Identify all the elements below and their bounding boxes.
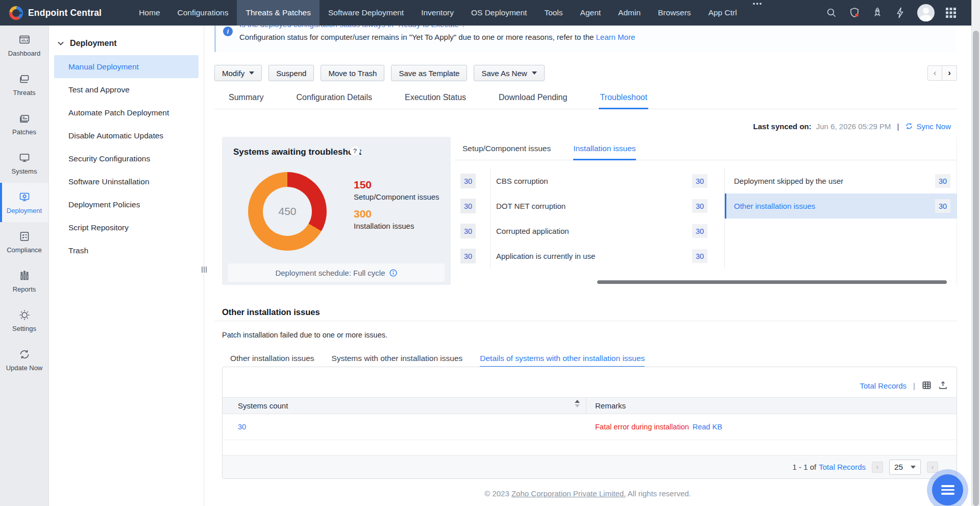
user-avatar[interactable]: [917, 4, 935, 21]
nav-item-admin[interactable]: Admin: [609, 0, 649, 26]
issue-row-application-in-use[interactable]: 30 Application is currently in use 30: [460, 244, 712, 269]
nav-item-tools[interactable]: Tools: [535, 0, 571, 26]
apps-grid-icon[interactable]: [945, 7, 957, 18]
more-menu-icon[interactable]: •••: [746, 0, 770, 26]
sidebar-resize-handle[interactable]: [202, 267, 207, 273]
rail-item-systems[interactable]: Systems: [0, 143, 48, 183]
info-icon: i: [223, 27, 233, 36]
sidebar-item-security-configurations[interactable]: Security Configurations: [54, 147, 199, 170]
total-records-link[interactable]: Total Records: [860, 381, 906, 390]
hamburger-icon: [941, 485, 954, 487]
issue-row-corrupted-application[interactable]: 30 Corrupted application 30: [460, 219, 712, 244]
pagination-next-button[interactable]: ›: [927, 462, 938, 473]
rail-item-reports[interactable]: Reports: [0, 261, 48, 301]
sidebar-item-trash[interactable]: Trash: [54, 239, 199, 262]
sidebar-item-manual-deployment[interactable]: Manual Deployment: [54, 55, 199, 78]
table-pagination: 1 - 1 of Total Records ‹ 25 ›: [223, 455, 957, 478]
sidebar-item-deployment-policies[interactable]: Deployment Policies: [54, 193, 199, 216]
section-divider: [214, 321, 957, 321]
nav-item-threats-patches[interactable]: Threats & Patches: [237, 0, 320, 26]
floating-menu-button[interactable]: [932, 474, 963, 505]
suspend-button[interactable]: Suspend: [268, 65, 314, 81]
issue-count-link[interactable]: 30: [935, 199, 950, 213]
rail-item-deployment[interactable]: Deployment: [0, 183, 48, 222]
sidebar-item-script-repository[interactable]: Script Repository: [54, 216, 199, 239]
sidebar-item-software-uninstallation[interactable]: Software Uninstallation: [54, 170, 199, 193]
deployment-schedule-bar: Deployment schedule: Full cycle: [228, 263, 445, 282]
banner-message: Configuration status for computer/user r…: [239, 33, 635, 41]
rail-item-update-now[interactable]: Update Now: [0, 340, 48, 379]
move-to-trash-button[interactable]: Move to Trash: [321, 65, 384, 81]
sidebar-header-deployment[interactable]: Deployment: [49, 26, 204, 55]
nav-item-inventory[interactable]: Inventory: [412, 0, 462, 26]
flash-icon[interactable]: [894, 7, 906, 19]
page-size-select[interactable]: 25: [889, 460, 921, 475]
column-chooser-icon[interactable]: [922, 380, 932, 392]
rail-item-patches[interactable]: Patches: [0, 104, 48, 143]
systems-count-link[interactable]: 30: [223, 423, 246, 431]
rail-item-threats[interactable]: Threats: [0, 65, 48, 104]
export-icon[interactable]: [938, 380, 948, 392]
read-kb-link[interactable]: Read KB: [693, 423, 722, 431]
issue-count-link[interactable]: 30: [692, 174, 707, 188]
nav-item-app-ctrl[interactable]: App Ctrl: [700, 0, 746, 26]
rail-item-dashboard[interactable]: Dashboard: [0, 26, 48, 65]
tab-details-of-systems[interactable]: Details of systems with other installati…: [480, 350, 645, 366]
issue-row-other-installation-issues[interactable]: Other installation issues 30: [725, 194, 957, 219]
horizontal-scrollbar-thumb[interactable]: [597, 280, 947, 284]
nav-item-os-deployment[interactable]: OS Deployment: [462, 0, 535, 26]
modify-button[interactable]: Modify: [214, 65, 262, 81]
save-as-new-button[interactable]: Save As New: [474, 65, 544, 81]
sync-now-link[interactable]: Sync Now: [905, 122, 951, 131]
main-tabs: Summary Configuration Details Execution …: [214, 86, 957, 109]
issue-row-deployment-skipped[interactable]: Deployment skipped by the user 30: [725, 168, 957, 194]
sort-desc-icon[interactable]: [575, 404, 580, 407]
tab-systems-with-other-installation-issues[interactable]: Systems with other installation issues: [332, 350, 463, 366]
chevron-down-icon: [57, 40, 64, 47]
tab-installation-issues[interactable]: Installation issues: [573, 137, 635, 160]
tab-configuration-details[interactable]: Configuration Details: [295, 86, 373, 109]
tab-setup-component-issues[interactable]: Setup/Component issues: [462, 137, 551, 160]
learn-more-link[interactable]: Learn More: [596, 33, 635, 41]
vertical-scrollbar-thumb[interactable]: [973, 31, 979, 506]
brand[interactable]: Endpoint Central: [0, 6, 102, 20]
sort-asc-icon[interactable]: [575, 400, 580, 403]
nav-item-home[interactable]: Home: [130, 0, 168, 26]
search-icon[interactable]: [825, 7, 838, 19]
issue-count-link[interactable]: 30: [692, 249, 707, 263]
zoho-link[interactable]: Zoho Corporation Private Limited.: [511, 489, 626, 498]
issue-row-dot-net-corruption[interactable]: 30 DOT NET corruption 30: [460, 194, 712, 219]
column-divider: [586, 398, 586, 414]
security-shield-icon[interactable]: [848, 7, 861, 19]
issue-row-cbs-corruption[interactable]: 30 CBS corruption 30: [460, 168, 712, 194]
pagination-prev-button[interactable]: ‹: [872, 462, 883, 473]
rail-item-compliance[interactable]: Compliance: [0, 222, 48, 261]
rocket-icon[interactable]: [871, 7, 884, 19]
nav-item-browsers[interactable]: Browsers: [649, 0, 700, 26]
info-circle-icon[interactable]: [389, 269, 398, 277]
nav-item-configurations[interactable]: Configurations: [169, 0, 237, 26]
issue-count-link[interactable]: 30: [692, 199, 707, 213]
help-icon[interactable]: ?: [350, 146, 360, 156]
sort-icons[interactable]: [575, 400, 580, 407]
sidebar-item-automate-patch-deployment[interactable]: Automate Patch Deployment: [54, 101, 199, 124]
refresh-icon: [18, 348, 31, 360]
issue-count-link[interactable]: 30: [692, 224, 707, 238]
tab-other-installation-issues[interactable]: Other installation issues: [230, 350, 314, 366]
save-as-template-button[interactable]: Save as Template: [391, 65, 467, 81]
rail-item-settings[interactable]: Settings: [0, 301, 48, 340]
banner-question-link[interactable]: Is the deployed configuration status alw…: [239, 26, 465, 29]
tab-summary[interactable]: Summary: [228, 86, 264, 109]
tab-execution-status[interactable]: Execution Status: [404, 86, 467, 109]
next-record-button[interactable]: ›: [942, 65, 957, 81]
pagination-total-records-link[interactable]: Total Records: [819, 463, 866, 471]
issue-count-link[interactable]: 30: [935, 174, 950, 188]
nav-item-software-deployment[interactable]: Software Deployment: [320, 0, 412, 26]
legend-value-setup: 150: [354, 179, 446, 191]
nav-item-agent[interactable]: Agent: [572, 0, 610, 26]
sidebar-item-disable-automatic-updates[interactable]: Disable Automatic Updates: [54, 124, 199, 147]
tab-troubleshoot[interactable]: Troubleshoot: [599, 86, 648, 109]
sidebar-item-test-and-approve[interactable]: Test and Approve: [54, 78, 199, 101]
previous-record-button[interactable]: ‹: [927, 65, 942, 81]
tab-download-pending[interactable]: Download Pending: [498, 86, 568, 109]
